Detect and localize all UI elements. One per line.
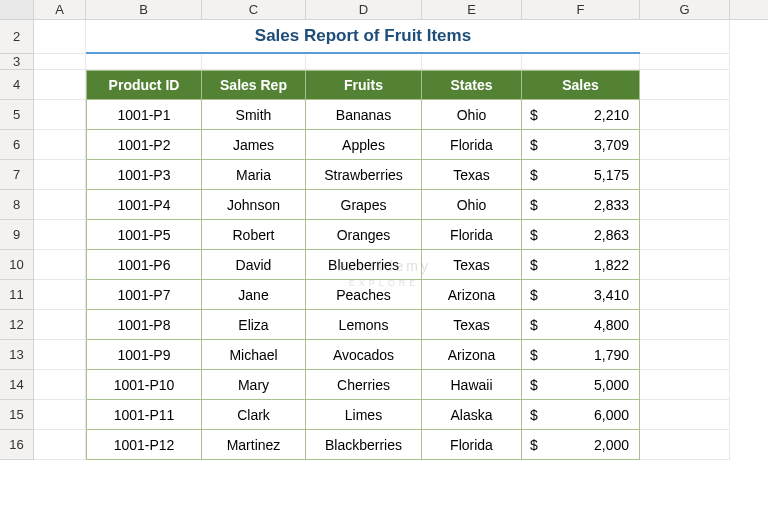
cell-product-id[interactable]: 1001-P7 [86,280,202,310]
cell-product-id[interactable]: 1001-P4 [86,190,202,220]
cell-product-id[interactable]: 1001-P9 [86,340,202,370]
cell-G4[interactable] [640,70,730,100]
cell-D3[interactable] [306,54,422,70]
cell-sales[interactable]: $2,863 [522,220,640,250]
cell-fruit[interactable]: Grapes [306,190,422,220]
cell-fruit[interactable]: Blueberries [306,250,422,280]
row-header[interactable]: 13 [0,340,34,370]
cell-product-id[interactable]: 1001-P8 [86,310,202,340]
cell-sales-rep[interactable]: Johnson [202,190,306,220]
col-header-B[interactable]: B [86,0,202,19]
cell-state[interactable]: Ohio [422,190,522,220]
cell-blank[interactable] [34,430,86,460]
cell-blank[interactable] [640,370,730,400]
cell-fruit[interactable]: Oranges [306,220,422,250]
cell-sales[interactable]: $1,822 [522,250,640,280]
cell-state[interactable]: Florida [422,130,522,160]
cell-sales-rep[interactable]: James [202,130,306,160]
cell-sales[interactable]: $4,800 [522,310,640,340]
col-header-G[interactable]: G [640,0,730,19]
cell-blank[interactable] [34,280,86,310]
cell-blank[interactable] [640,130,730,160]
cell-G3[interactable] [640,54,730,70]
col-header-C[interactable]: C [202,0,306,19]
cell-blank[interactable] [640,190,730,220]
cell-blank[interactable] [640,220,730,250]
cell-blank[interactable] [34,310,86,340]
cell-fruit[interactable]: Avocados [306,340,422,370]
cell-state[interactable]: Florida [422,220,522,250]
col-header-A[interactable]: A [34,0,86,19]
cell-sales[interactable]: $2,210 [522,100,640,130]
cell-fruit[interactable]: Blackberries [306,430,422,460]
th-fruits[interactable]: Fruits [306,70,422,100]
cell-state[interactable]: Arizona [422,280,522,310]
cell-blank[interactable] [34,160,86,190]
cell-product-id[interactable]: 1001-P2 [86,130,202,160]
cell-E3[interactable] [422,54,522,70]
cell-product-id[interactable]: 1001-P12 [86,430,202,460]
report-title[interactable]: Sales Report of Fruit Items [86,20,640,54]
cell-C3[interactable] [202,54,306,70]
cell-state[interactable]: Ohio [422,100,522,130]
cell-product-id[interactable]: 1001-P10 [86,370,202,400]
cell-sales-rep[interactable]: Mary [202,370,306,400]
cell-sales[interactable]: $2,000 [522,430,640,460]
cell-sales-rep[interactable]: Michael [202,340,306,370]
cell-product-id[interactable]: 1001-P11 [86,400,202,430]
cell-blank[interactable] [640,310,730,340]
cell-sales[interactable]: $2,833 [522,190,640,220]
cell-sales[interactable]: $5,175 [522,160,640,190]
th-sales[interactable]: Sales [522,70,640,100]
row-header[interactable]: 8 [0,190,34,220]
col-header-F[interactable]: F [522,0,640,19]
cell-state[interactable]: Texas [422,160,522,190]
row-header[interactable]: 16 [0,430,34,460]
cell-sales-rep[interactable]: Martinez [202,430,306,460]
cell-sales-rep[interactable]: Maria [202,160,306,190]
cell-fruit[interactable]: Bananas [306,100,422,130]
cell-blank[interactable] [34,100,86,130]
cell-fruit[interactable]: Cherries [306,370,422,400]
cell-fruit[interactable]: Strawberries [306,160,422,190]
cell-blank[interactable] [34,250,86,280]
cell-product-id[interactable]: 1001-P1 [86,100,202,130]
cell-sales[interactable]: $3,410 [522,280,640,310]
row-header[interactable]: 7 [0,160,34,190]
row-header[interactable]: 9 [0,220,34,250]
cell-sales[interactable]: $1,790 [522,340,640,370]
cell-fruit[interactable]: Peaches [306,280,422,310]
col-header-D[interactable]: D [306,0,422,19]
th-sales-rep[interactable]: Sales Rep [202,70,306,100]
cell-B3[interactable] [86,54,202,70]
cell-sales-rep[interactable]: Clark [202,400,306,430]
cell-state[interactable]: Hawaii [422,370,522,400]
row-header[interactable]: 14 [0,370,34,400]
cell-G2[interactable] [640,20,730,54]
row-header[interactable]: 10 [0,250,34,280]
cell-blank[interactable] [640,250,730,280]
cell-blank[interactable] [34,340,86,370]
col-header-E[interactable]: E [422,0,522,19]
cell-product-id[interactable]: 1001-P5 [86,220,202,250]
cell-product-id[interactable]: 1001-P6 [86,250,202,280]
cell-fruit[interactable]: Apples [306,130,422,160]
row-header-3[interactable]: 3 [0,54,34,70]
cell-product-id[interactable]: 1001-P3 [86,160,202,190]
cell-sales-rep[interactable]: Jane [202,280,306,310]
cell-sales[interactable]: $6,000 [522,400,640,430]
cell-blank[interactable] [640,160,730,190]
row-header-2[interactable]: 2 [0,20,34,54]
row-header[interactable]: 15 [0,400,34,430]
cell-blank[interactable] [34,130,86,160]
cell-A3[interactable] [34,54,86,70]
cell-state[interactable]: Alaska [422,400,522,430]
cell-sales-rep[interactable]: Robert [202,220,306,250]
cell-fruit[interactable]: Limes [306,400,422,430]
cell-A4[interactable] [34,70,86,100]
cell-blank[interactable] [34,190,86,220]
cell-sales-rep[interactable]: Eliza [202,310,306,340]
cell-blank[interactable] [34,400,86,430]
th-product-id[interactable]: Product ID [86,70,202,100]
cell-blank[interactable] [34,370,86,400]
